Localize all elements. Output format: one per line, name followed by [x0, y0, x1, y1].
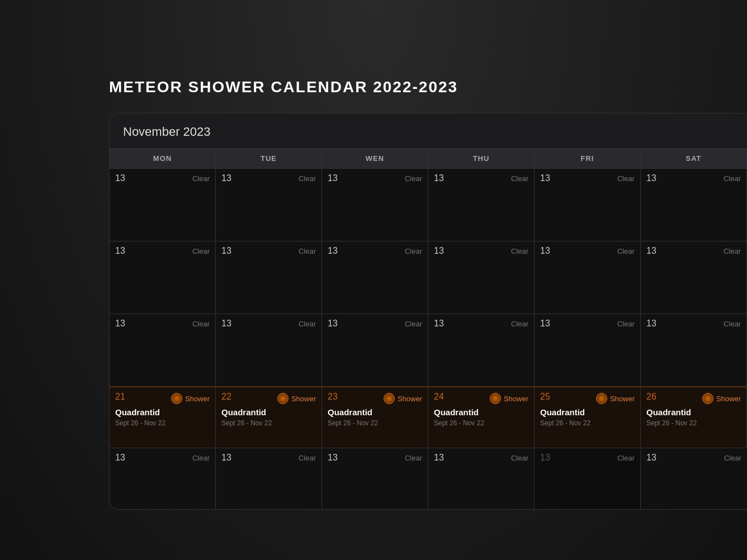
table-row: 13 Clear — [322, 241, 428, 314]
day-status: Clear — [724, 320, 741, 328]
day-header-mon: MON — [110, 149, 216, 168]
event-name: Quadrantid — [434, 407, 528, 417]
day-row-top: 13 Clear — [221, 319, 316, 329]
day-row-top: 22 Shower — [221, 392, 316, 404]
meteor-shower-icon — [277, 393, 289, 404]
day-row-top: 13 Clear — [221, 246, 316, 256]
event-name: Quadrantid — [115, 407, 210, 417]
day-header-tue: TUE — [216, 149, 322, 168]
day-number: 13 — [540, 319, 550, 329]
day-number: 24 — [434, 392, 444, 402]
shower-badge: Shower — [490, 393, 528, 404]
day-row-top: 13 Clear — [221, 173, 316, 183]
shower-label: Shower — [291, 395, 316, 403]
table-row: 25 Shower Quadrantid Sept 26 - Nov 22 — [535, 386, 641, 448]
day-status: Clear — [405, 174, 422, 183]
shower-label: Shower — [504, 395, 528, 403]
table-row: 13 Clear — [535, 241, 641, 314]
shower-badge: Shower — [277, 393, 316, 404]
table-row: 13 Clear — [322, 448, 428, 509]
event-name: Quadrantid — [646, 407, 741, 417]
day-row-top: 13 Clear — [434, 453, 528, 463]
shower-badge: Shower — [384, 393, 422, 404]
day-row-top: 13 Clear — [328, 173, 422, 183]
day-status: Clear — [192, 174, 210, 183]
table-row: 13 Clear — [535, 168, 641, 241]
day-status: Clear — [192, 320, 210, 328]
day-row-top: 26 Shower — [646, 392, 741, 404]
day-row-top: 13 Clear — [328, 246, 422, 256]
day-number: 13 — [115, 453, 125, 463]
day-status: Clear — [405, 247, 422, 255]
table-row: 13 Clear — [428, 448, 535, 509]
day-status: Clear — [405, 454, 422, 462]
day-row-top: 13 Clear — [221, 453, 316, 463]
day-header-sat: SAT — [641, 149, 747, 168]
shower-label: Shower — [716, 395, 741, 403]
table-row: 21 Shower Quadrantid Sept 26 - Nov 22 — [110, 386, 216, 448]
day-status: Clear — [511, 454, 528, 462]
meteor-shower-icon — [171, 393, 182, 404]
day-status: Clear — [511, 174, 528, 183]
table-row: 13 Clear — [641, 241, 747, 314]
day-row-top: 25 Shower — [540, 392, 635, 404]
day-row-top: 13 Clear — [115, 173, 210, 183]
table-row: 13 Clear — [110, 314, 216, 386]
event-name: Quadrantid — [540, 407, 635, 417]
day-status: Clear — [724, 454, 741, 462]
table-row: 13 Clear — [428, 168, 535, 241]
day-status: Clear — [299, 454, 316, 462]
day-row-top: 23 Shower — [328, 392, 422, 404]
table-row: 13 Clear — [428, 314, 535, 386]
day-number: 13 — [540, 173, 550, 183]
day-number: 13 — [115, 319, 125, 329]
table-row: 13 Clear — [216, 241, 322, 314]
table-row: 13 Clear — [322, 168, 428, 241]
day-row-top: 13 Clear — [115, 319, 210, 329]
table-row: 13 Clear — [535, 314, 641, 386]
day-status: Clear — [192, 454, 210, 462]
day-number: 13 — [328, 173, 338, 183]
calendar-grid: MON TUE WEN THU FRI SAT 13 Clear 13 Clea… — [110, 148, 747, 509]
day-number: 25 — [540, 392, 550, 402]
day-status: Clear — [617, 454, 635, 462]
day-number: 13 — [328, 453, 338, 463]
event-date-range: Sept 26 - Nov 22 — [328, 419, 422, 427]
day-status: Clear — [511, 320, 528, 328]
day-number: 13 — [646, 453, 656, 463]
day-number: 13 — [434, 173, 444, 183]
event-date-range: Sept 26 - Nov 22 — [221, 419, 316, 427]
day-number: 13 — [434, 246, 444, 256]
table-row: 13 Clear — [110, 168, 216, 241]
shower-label: Shower — [610, 395, 635, 403]
day-row-top: 13 Clear — [646, 319, 741, 329]
month-header: November 2023 — [110, 113, 747, 148]
day-row-top: 13 Clear — [434, 319, 528, 329]
table-row: 13 Clear — [428, 241, 535, 314]
day-number: 13 — [540, 246, 550, 256]
day-status: Clear — [405, 320, 422, 328]
day-number: 13 — [434, 453, 444, 463]
table-row: 22 Shower Quadrantid Sept 26 - Nov 22 — [216, 386, 322, 448]
day-status: Clear — [617, 320, 635, 328]
day-status: Clear — [511, 247, 528, 255]
day-status: Clear — [617, 247, 635, 255]
table-row: 13 Clear — [216, 314, 322, 386]
day-number: 13 — [221, 319, 231, 329]
day-number: 13 — [221, 453, 231, 463]
shower-badge: Shower — [596, 393, 635, 404]
table-row: 13 Clear — [535, 448, 641, 509]
table-row: 13 Clear — [641, 314, 747, 386]
day-number: 23 — [328, 392, 338, 402]
day-row-top: 13 Clear — [646, 453, 741, 463]
day-number: 13 — [115, 173, 125, 183]
event-date-range: Sept 26 - Nov 22 — [434, 419, 528, 427]
day-status: Clear — [724, 247, 741, 255]
table-row: 24 Shower Quadrantid Sept 26 - Nov 22 — [428, 386, 535, 448]
event-name: Quadrantid — [328, 407, 422, 417]
day-status: Clear — [299, 247, 316, 255]
day-row-top: 24 Shower — [434, 392, 528, 404]
day-number: 13 — [115, 246, 125, 256]
day-status: Clear — [299, 320, 316, 328]
shower-badge: Shower — [702, 393, 741, 404]
